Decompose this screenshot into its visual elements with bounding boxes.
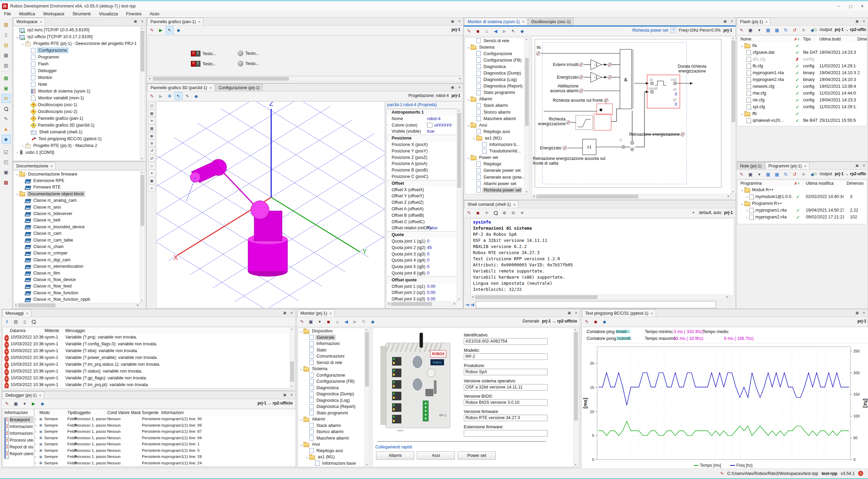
column-header[interactable]: Nome: [740, 36, 781, 43]
menu-file[interactable]: File: [0, 11, 15, 17]
quick-link-allarmi[interactable]: Allarmi: [376, 451, 414, 460]
sysm-tree-item[interactable]: ⌄Assi: [465, 122, 525, 128]
column-header[interactable]: Ultima modifica: [806, 180, 840, 187]
close-icon[interactable]: [330, 311, 332, 315]
grid1-icon[interactable]: ▦: [764, 170, 772, 178]
play-icon[interactable]: ▶: [30, 400, 37, 408]
messages-table[interactable]: ✕10/03/2022 10:36:58sysm-1Variabile (?.p…: [3, 334, 290, 389]
scrollbar[interactable]: [731, 36, 736, 194]
book-icon[interactable]: ◆: [369, 318, 377, 326]
column-header[interactable]: Cond: [107, 409, 119, 416]
sync-icon[interactable]: ↻: [782, 170, 790, 178]
expander-icon[interactable]: ⌄: [20, 42, 25, 46]
new-icon[interactable]: ✎: [298, 318, 306, 326]
dd-icon[interactable]: ▾: [755, 26, 763, 34]
grid2-icon[interactable]: ▩: [773, 170, 781, 178]
expander-icon[interactable]: ›: [387, 123, 388, 127]
property-value[interactable]: 0.00: [427, 284, 435, 289]
messages-mail-icon[interactable]: ✉: [2, 94, 11, 103]
field-value[interactable]: OSF a 32bit versione 14.11.11: [464, 384, 547, 391]
column-header[interactable]: Modo: [39, 409, 60, 416]
float-panel-icon[interactable]: [133, 19, 138, 24]
field-value[interactable]: AS1018.002-A062754: [464, 338, 547, 345]
magp-icon[interactable]: ⊕: [501, 209, 508, 217]
property-section[interactable]: Posizione: [387, 135, 457, 142]
field-value[interactable]: Robox SpA: [464, 369, 547, 375]
close-panel-icon[interactable]: [573, 310, 579, 315]
monitor-tree-item[interactable]: ⌄Assi: [298, 441, 365, 448]
workspace-tree-item[interactable]: Monitor variabili (mon-1): [14, 95, 140, 101]
property-row[interactable]: Posizione Y (posY): [387, 148, 457, 154]
book-icon[interactable]: ◆: [38, 400, 46, 408]
close-panel-icon[interactable]: [289, 392, 294, 397]
column-header[interactable]: Dime: [857, 36, 868, 43]
shell-output[interactable]: sysinfoInformazioni di sistemaRP-2 da Ro…: [471, 218, 734, 296]
close-icon[interactable]: [765, 20, 767, 24]
monitor-tree-item[interactable]: Storico allarmi: [298, 429, 365, 435]
scrollbar[interactable]: [387, 301, 457, 307]
new-icon[interactable]: ✎: [738, 170, 746, 178]
workspace-tree-item[interactable]: Monitor: [14, 74, 140, 81]
play-icon[interactable]: ▶: [157, 26, 165, 34]
breakpoint-row[interactable]: ›▣SempreFetchProcesso 1, passo 94Nessuna…: [35, 435, 295, 441]
property-row[interactable]: Quota joint 2 (qj2)45: [387, 245, 457, 251]
origin-axes-icon[interactable]: ✛: [148, 117, 155, 124]
stop-icon[interactable]: ■: [474, 209, 482, 217]
close-icon[interactable]: [51, 164, 53, 168]
column-header[interactable]: Mittente: [45, 327, 68, 334]
documentation-tree-item[interactable]: Classe rc_cam_table: [14, 237, 140, 243]
property-value[interactable]: robot-4: [427, 116, 441, 121]
float-panel-icon[interactable]: [282, 310, 288, 315]
documentation-tree-item[interactable]: Classe rc_crimper: [14, 250, 140, 257]
highlight-icon[interactable]: ✦: [148, 170, 155, 177]
column-header[interactable]: Soggetto: [74, 409, 105, 416]
window-next-icon[interactable]: ◱: [2, 147, 11, 156]
documentation-tree-item[interactable]: Classe rc_film: [14, 270, 140, 276]
monitor-tree-item[interactable]: ⌄Sistema: [298, 366, 365, 372]
float-panel-icon[interactable]: [450, 19, 455, 24]
monitor-tree-item[interactable]: Informazioni base: [298, 460, 365, 467]
monitor-tree-item[interactable]: Diagnostica (Log): [298, 397, 365, 404]
close-panel-icon[interactable]: [457, 85, 462, 90]
float-panel-icon[interactable]: [722, 19, 728, 24]
expander-icon[interactable]: ›: [20, 144, 25, 148]
quick-link-assi[interactable]: Assi: [417, 451, 455, 460]
property-row[interactable]: Quota joint 1 (qj1)0: [387, 238, 457, 245]
program-row[interactable]: ›mymodule1@1.0.0....✓02/02/2022 14:40:34…: [738, 193, 867, 200]
message-row[interactable]: ✕10/03/2022 10:36:58sysm-1Variabile (?.p…: [3, 354, 290, 361]
expander-icon[interactable]: ⌄: [299, 417, 304, 422]
pause-icon[interactable]: ‖: [3, 318, 11, 326]
book-icon[interactable]: ◆: [175, 26, 182, 34]
monitor-tree-item[interactable]: Comunicazioni: [298, 353, 365, 360]
tab-configuration[interactable]: Configurazione (prj-1): [215, 84, 263, 91]
breakpoint-row[interactable]: ›▣SempreFetchProcesso 1, passo 5NessunaP…: [35, 447, 295, 454]
monitor-tree-item[interactable]: Generale: [298, 334, 365, 341]
documentation-tree-item[interactable]: Classe rc_belt: [14, 217, 140, 224]
property-row[interactable]: ›Colore (color)#FFFFFF: [387, 122, 457, 129]
property-row[interactable]: Posizione A (posA): [387, 161, 457, 167]
sysm-tree-item[interactable]: Allarmi power set: [465, 180, 525, 187]
documentation-tree-item[interactable]: ⌄Documentazione object block: [14, 191, 140, 197]
sysm-tree-item[interactable]: Storico allarmi: [465, 109, 525, 115]
new-icon[interactable]: ✎: [738, 26, 746, 34]
property-value[interactable]: Falso: [427, 226, 438, 230]
wireframe-icon[interactable]: ◇: [148, 162, 155, 169]
workspace-tree-item[interactable]: Oscilloscopio (osc-2): [14, 108, 140, 115]
documentation-tree-item[interactable]: ⌄Documentazione firmware: [14, 171, 140, 177]
workspace-tree-item[interactable]: ›Progetto RTE (prj-3) - Macchina 2: [14, 142, 140, 149]
close-icon[interactable]: [804, 164, 806, 168]
column-header[interactable]: Messaggio: [65, 327, 167, 334]
breakpoints-table[interactable]: ›▣SempreFetchProcesso 1, passo 30Nessuna…: [34, 416, 296, 466]
property-row[interactable]: Posizione C (posC): [387, 174, 457, 180]
sysm-tree-item[interactable]: Configurazione: [465, 50, 525, 57]
sysm-tree-item[interactable]: Configurazione (FB): [465, 57, 525, 63]
menu-visualizza[interactable]: Visualizza: [95, 11, 122, 17]
debug-category[interactable]: Informazioni OB: [3, 430, 34, 437]
expander-icon[interactable]: ›: [15, 150, 19, 154]
program-row[interactable]: ⌄Programmi R++: [738, 200, 867, 207]
panel-widget[interactable]: 01Testo...: [191, 51, 216, 56]
save-icon[interactable]: ▦: [2, 51, 11, 60]
documentation-tree-item[interactable]: Classe rc_axis: [14, 204, 140, 210]
close-panel-icon[interactable]: [729, 19, 735, 24]
monitor-tree-item[interactable]: Riepilogo assi: [298, 448, 365, 454]
